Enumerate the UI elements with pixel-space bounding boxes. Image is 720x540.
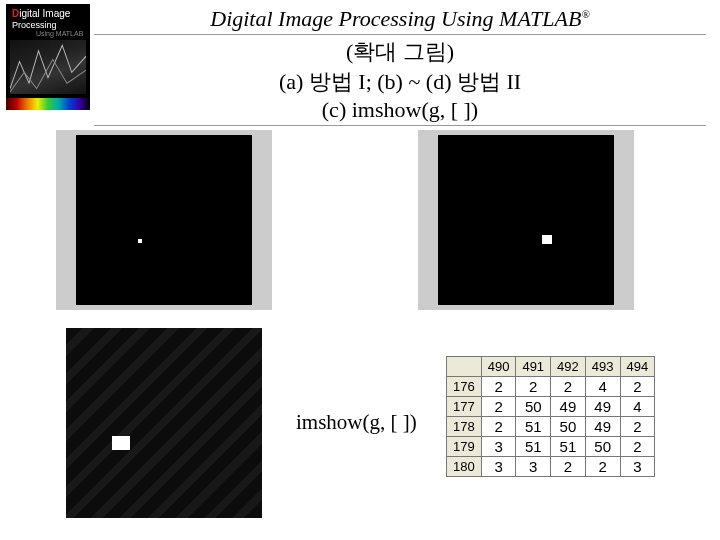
cell: 2 <box>620 437 655 457</box>
cell: 2 <box>481 397 516 417</box>
cell: 50 <box>585 437 620 457</box>
subtitle-methods: (a) 방법 I; (b) ~ (d) 방법 II <box>90 67 710 97</box>
col-header: 494 <box>620 357 655 377</box>
cell: 51 <box>516 437 551 457</box>
cell: 51 <box>516 417 551 437</box>
cell: 2 <box>481 377 516 397</box>
figure-b-frame <box>418 130 634 310</box>
cell: 2 <box>585 457 620 477</box>
cell: 3 <box>481 437 516 457</box>
row-header: 179 <box>447 437 482 457</box>
col-header: 490 <box>481 357 516 377</box>
pixel-value-table: 490 491 492 493 494 176 2 2 2 4 2 177 2 … <box>446 356 655 477</box>
cell: 51 <box>551 437 586 457</box>
book-title-line2: Processing <box>12 20 57 30</box>
header: Digital Image Processing Using MATLAB Di… <box>0 0 720 126</box>
table-corner-cell <box>447 357 482 377</box>
cell: 2 <box>551 457 586 477</box>
table-row: 180 3 3 2 2 3 <box>447 457 655 477</box>
figure-a-pixel <box>138 239 142 243</box>
cell: 3 <box>516 457 551 477</box>
cell: 49 <box>551 397 586 417</box>
caption-c: imshow(g, [ ]) <box>296 410 417 435</box>
subtitle-zoom: (확대 그림) <box>90 37 710 67</box>
table-row: 179 3 51 51 50 2 <box>447 437 655 457</box>
row-header: 177 <box>447 397 482 417</box>
title-block: Digital Image Processing Using MATLAB® (… <box>90 4 710 126</box>
subtitle-imshow: (c) imshow(g, [ ]) <box>94 97 706 126</box>
cell: 2 <box>620 417 655 437</box>
figure-panel-c <box>66 328 262 518</box>
figure-b-pixel-block <box>542 235 552 244</box>
figure-b-image <box>438 135 614 305</box>
figure-a-frame <box>56 130 272 310</box>
col-header: 493 <box>585 357 620 377</box>
book-title-rest: igital Image <box>19 8 70 19</box>
table-row: 177 2 50 49 49 4 <box>447 397 655 417</box>
book-cover-rainbow-bar <box>6 98 90 110</box>
cell: 50 <box>551 417 586 437</box>
cell: 2 <box>620 377 655 397</box>
figure-panel-a <box>56 130 272 310</box>
table-header-row: 490 491 492 493 494 <box>447 357 655 377</box>
row-header: 180 <box>447 457 482 477</box>
cell: 4 <box>620 397 655 417</box>
cell: 3 <box>620 457 655 477</box>
cell: 4 <box>585 377 620 397</box>
cell: 49 <box>585 417 620 437</box>
figure-c-image <box>66 328 262 518</box>
col-header: 491 <box>516 357 551 377</box>
book-cover-thumbnail: Digital Image Processing Using MATLAB <box>6 4 90 110</box>
table-row: 178 2 51 50 49 2 <box>447 417 655 437</box>
figure-c-pixel-block <box>112 436 130 450</box>
title-text: Digital Image Processing Using MATLAB <box>210 6 581 31</box>
cell: 49 <box>585 397 620 417</box>
cell: 2 <box>481 417 516 437</box>
row-header: 178 <box>447 417 482 437</box>
figure-panel-b <box>418 130 634 310</box>
col-header: 492 <box>551 357 586 377</box>
row-header: 176 <box>447 377 482 397</box>
cell: 3 <box>481 457 516 477</box>
cell: 2 <box>516 377 551 397</box>
cell: 50 <box>516 397 551 417</box>
book-cover-art <box>10 40 86 94</box>
cell: 2 <box>551 377 586 397</box>
page-title: Digital Image Processing Using MATLAB® <box>94 6 706 35</box>
table-row: 176 2 2 2 4 2 <box>447 377 655 397</box>
book-title-line1: Digital Image <box>12 8 70 19</box>
registered-mark: ® <box>581 8 589 20</box>
book-title-line3: Using MATLAB <box>36 30 83 37</box>
figure-a-image <box>76 135 252 305</box>
